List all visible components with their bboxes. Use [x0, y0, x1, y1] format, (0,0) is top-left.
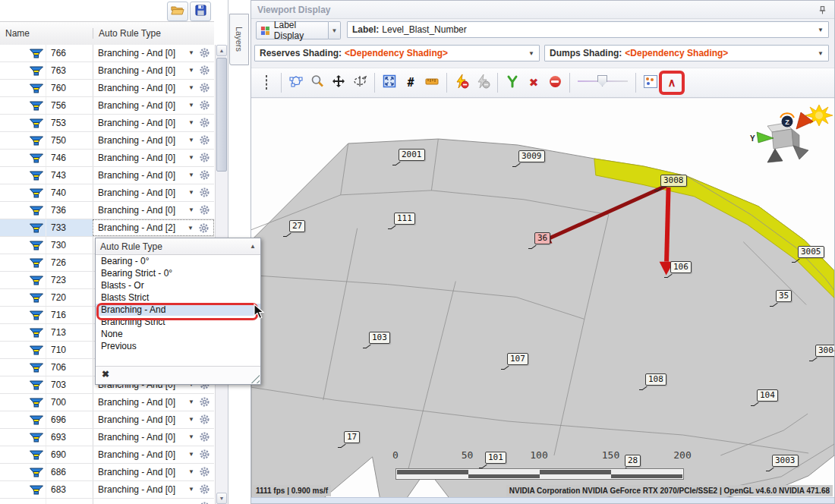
resize-grip[interactable]: [250, 374, 260, 383]
dropdown-arrow-icon[interactable]: ▼: [188, 172, 194, 178]
dropdown-arrow-icon[interactable]: ▼: [188, 451, 194, 458]
point-display-button[interactable]: [641, 72, 660, 93]
remove-dependency-disabled-button[interactable]: [473, 72, 493, 93]
popup-item[interactable]: Bearing Strict - 0°: [96, 267, 260, 279]
pan-button[interactable]: [329, 72, 348, 93]
rule-type-dropdown[interactable]: Branching - And [0]▼: [93, 411, 214, 428]
tab-layers[interactable]: Layers: [229, 14, 249, 65]
reserves-shading-combo[interactable]: Reserves Shading: <Dependency Shading> ▼: [254, 45, 540, 61]
rule-type-dropdown[interactable]: Branching - And [0]▼: [93, 115, 214, 131]
table-row[interactable]: 693Branching - And [0]▼: [0, 429, 214, 446]
dropdown-arrow-icon[interactable]: ▼: [188, 49, 194, 56]
dropdown-arrow-icon[interactable]: ▼: [188, 206, 194, 213]
column-header-name[interactable]: Name: [0, 28, 93, 39]
marquee-select-button[interactable]: [257, 72, 276, 93]
dropdown-arrow-icon[interactable]: ▼: [188, 398, 194, 405]
gear-icon[interactable]: [199, 501, 210, 504]
table-row[interactable]: 696Branching - And [0]▼: [0, 411, 214, 429]
rule-type-dropdown[interactable]: Branching - And [0]▼: [93, 429, 214, 446]
grid-button[interactable]: #: [401, 72, 421, 93]
gear-icon[interactable]: [199, 466, 210, 480]
gear-icon[interactable]: [199, 396, 210, 410]
dropdown-arrow-icon[interactable]: ▼: [188, 67, 194, 74]
scroll-down-icon[interactable]: ▼: [216, 493, 227, 504]
table-row[interactable]: 740Branching - And [0]▼: [0, 184, 214, 202]
table-row[interactable]: [0, 499, 214, 504]
delete-button[interactable]: ✖: [524, 72, 544, 93]
label-display-button[interactable]: Label Display: [256, 21, 329, 39]
rule-type-dropdown[interactable]: Branching - And [0]▼: [93, 150, 214, 166]
gear-icon[interactable]: [199, 65, 210, 78]
slider-button[interactable]: [575, 72, 631, 93]
gear-icon[interactable]: [199, 99, 210, 113]
gear-icon[interactable]: [199, 169, 210, 183]
popup-item[interactable]: Blasts - Or: [96, 279, 260, 291]
chevron-down-icon[interactable]: ▼: [818, 50, 824, 57]
polygon-select-button[interactable]: [286, 72, 306, 93]
rule-type-dropdown[interactable]: Branching - And [0]▼: [93, 394, 214, 411]
table-row[interactable]: 686Branching - And [0]▼: [0, 464, 214, 481]
exclude-button[interactable]: [545, 72, 565, 93]
rule-type-dropdown[interactable]: Branching - And [0]▼: [93, 202, 214, 219]
zoom-button[interactable]: [307, 72, 327, 93]
table-row[interactable]: 753Branching - And [0]▼: [0, 115, 214, 132]
scrollbar-thumb[interactable]: [216, 58, 227, 172]
popup-item[interactable]: None: [96, 328, 260, 340]
rule-type-dropdown[interactable]: Branching - And [0]▼: [93, 80, 214, 96]
label-combo[interactable]: Label: Level_Blast_Number ▼: [347, 21, 829, 38]
gear-icon[interactable]: [199, 117, 210, 131]
gear-icon[interactable]: [199, 47, 210, 61]
remove-dependency-button[interactable]: [452, 72, 471, 93]
dropdown-arrow-icon[interactable]: ▼: [188, 189, 194, 196]
dropdown-arrow-icon[interactable]: ▼: [188, 433, 194, 440]
dropdown-arrow-icon[interactable]: ▼: [188, 468, 194, 475]
rule-type-dropdown[interactable]: Branching - And [0]▼: [93, 464, 214, 480]
dropdown-arrow-icon[interactable]: ▼: [188, 416, 194, 423]
table-row[interactable]: 733Branching - And [2]▼: [0, 219, 214, 237]
sort-ascending-icon[interactable]: ▲: [250, 243, 256, 250]
orientation-gizmo[interactable]: Z Y: [749, 103, 834, 167]
rule-type-dropdown[interactable]: Branching - And [2]▼: [93, 219, 214, 236]
chevron-down-icon[interactable]: ▼: [528, 50, 534, 57]
gear-icon[interactable]: [198, 222, 210, 236]
gear-icon[interactable]: [199, 449, 210, 462]
gear-icon[interactable]: [199, 187, 210, 200]
rule-type-dropdown[interactable]: [93, 499, 214, 504]
gear-icon[interactable]: [199, 152, 210, 165]
branch-button[interactable]: [503, 72, 522, 93]
dropdown-arrow-icon[interactable]: ▼: [188, 119, 194, 126]
rule-type-dropdown[interactable]: Branching - And [0]▼: [93, 481, 214, 498]
table-row[interactable]: 736Branching - And [0]▼: [0, 202, 214, 219]
popup-item[interactable]: Blasts Strict: [96, 291, 260, 304]
dropdown-arrow-icon[interactable]: ▼: [188, 486, 194, 493]
gear-icon[interactable]: [199, 82, 210, 96]
table-row[interactable]: 683Branching - And [0]▼: [0, 481, 214, 499]
zoom-extents-button[interactable]: [380, 72, 399, 93]
table-header[interactable]: Name Auto Rule Type: [0, 21, 214, 46]
table-row[interactable]: 760Branching - And [0]▼: [0, 80, 214, 97]
table-row[interactable]: 743Branching - And [0]▼: [0, 167, 214, 184]
clear-filter-button[interactable]: ✖: [102, 369, 109, 380]
dropdown-arrow-icon[interactable]: ▼: [187, 225, 194, 232]
gear-icon[interactable]: [199, 204, 210, 218]
column-header-rule-type[interactable]: Auto Rule Type: [93, 28, 214, 39]
rule-type-dropdown[interactable]: Branching - And [0]▼: [93, 45, 214, 61]
pin-icon[interactable]: [818, 5, 828, 15]
dumps-shading-combo[interactable]: Dumps Shading: <Dependency Shading> ▼: [544, 45, 829, 61]
table-row[interactable]: 750Branching - And [0]▼: [0, 132, 214, 150]
gear-icon[interactable]: [199, 431, 210, 445]
popup-item[interactable]: Previous: [96, 340, 260, 352]
rule-type-dropdown[interactable]: Branching - And [0]▼: [93, 446, 214, 463]
table-row[interactable]: 763Branching - And [0]▼: [0, 62, 214, 80]
scroll-up-icon[interactable]: ▲: [216, 45, 227, 56]
rule-type-dropdown[interactable]: Branching - And [0]▼: [93, 167, 214, 184]
table-row[interactable]: 690Branching - And [0]▼: [0, 446, 214, 464]
label-display-dropdown-icon[interactable]: ▼: [329, 21, 341, 39]
table-row[interactable]: 756Branching - And [0]▼: [0, 97, 214, 115]
dropdown-arrow-icon[interactable]: ▼: [188, 84, 194, 91]
gear-icon[interactable]: [199, 134, 210, 148]
measure-button[interactable]: [422, 72, 442, 93]
rule-type-dropdown[interactable]: Branching - And [0]▼: [93, 184, 214, 201]
gear-icon[interactable]: [199, 414, 210, 427]
popup-column-header[interactable]: Auto Rule Type ▲: [96, 238, 260, 255]
